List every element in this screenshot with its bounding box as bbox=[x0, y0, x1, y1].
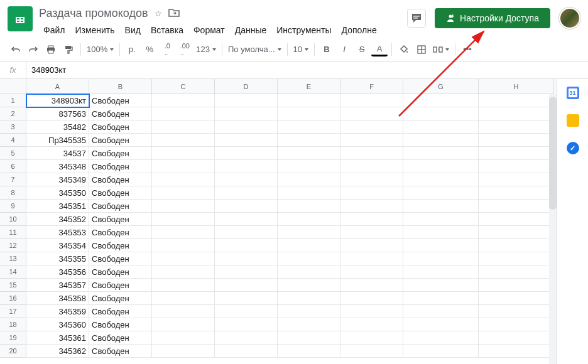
row-header[interactable]: 8 bbox=[0, 186, 26, 200]
cell[interactable] bbox=[152, 226, 215, 239]
cell[interactable] bbox=[479, 345, 554, 358]
cell[interactable] bbox=[152, 147, 215, 160]
cell[interactable] bbox=[215, 134, 278, 147]
star-icon[interactable]: ☆ bbox=[155, 9, 162, 18]
cell[interactable]: 345350 bbox=[26, 186, 89, 200]
cell[interactable] bbox=[340, 265, 403, 279]
cell[interactable] bbox=[340, 107, 403, 120]
cell[interactable] bbox=[152, 318, 215, 331]
cell[interactable] bbox=[479, 160, 554, 173]
text-color-button[interactable]: A bbox=[371, 43, 388, 56]
cell[interactable] bbox=[152, 213, 215, 226]
row-header[interactable]: 11 bbox=[0, 226, 26, 239]
menu-edit[interactable]: Изменить bbox=[70, 23, 119, 38]
cell[interactable] bbox=[215, 345, 278, 358]
font-size-dropdown[interactable]: 10 bbox=[291, 41, 310, 58]
cell[interactable]: 345361 bbox=[26, 331, 89, 345]
cell[interactable] bbox=[215, 305, 278, 318]
cell[interactable]: 35482 bbox=[26, 120, 89, 134]
decrease-decimal-button[interactable]: .0← bbox=[159, 41, 175, 58]
cell[interactable] bbox=[479, 134, 554, 147]
row-header[interactable]: 14 bbox=[0, 265, 26, 279]
cell[interactable] bbox=[278, 107, 340, 120]
menu-addons[interactable]: Дополне bbox=[337, 23, 381, 38]
row-header[interactable]: 19 bbox=[0, 331, 26, 345]
cell[interactable] bbox=[215, 186, 278, 200]
cell[interactable] bbox=[152, 279, 215, 292]
cell[interactable]: 345353 bbox=[26, 226, 89, 239]
currency-button[interactable]: р. bbox=[124, 41, 140, 58]
print-button[interactable] bbox=[43, 41, 59, 58]
vertical-scrollbar[interactable] bbox=[549, 94, 557, 364]
row-header[interactable]: 2 bbox=[0, 107, 26, 120]
cell[interactable]: 345351 bbox=[26, 200, 89, 213]
cell[interactable] bbox=[403, 173, 479, 186]
cell[interactable]: 345362 bbox=[26, 345, 89, 358]
cell[interactable] bbox=[403, 252, 479, 265]
cell[interactable] bbox=[403, 279, 479, 292]
document-title[interactable]: Раздача промокодов bbox=[39, 7, 148, 20]
cell[interactable] bbox=[403, 305, 479, 318]
cell[interactable] bbox=[152, 305, 215, 318]
cell[interactable] bbox=[215, 239, 278, 252]
cell[interactable]: 837563 bbox=[26, 107, 89, 120]
cell[interactable] bbox=[403, 345, 479, 358]
cell[interactable] bbox=[278, 226, 340, 239]
cell[interactable] bbox=[479, 213, 554, 226]
cell[interactable] bbox=[278, 252, 340, 265]
cell[interactable] bbox=[278, 318, 340, 331]
cell[interactable]: 345360 bbox=[26, 318, 89, 331]
cell[interactable] bbox=[479, 173, 554, 186]
menu-file[interactable]: Файл bbox=[39, 23, 69, 38]
cell[interactable] bbox=[278, 345, 340, 358]
cell[interactable] bbox=[215, 94, 278, 107]
cell[interactable] bbox=[479, 120, 554, 134]
menu-tools[interactable]: Инструменты bbox=[272, 23, 335, 38]
cell[interactable]: Свободен bbox=[89, 173, 152, 186]
cell[interactable] bbox=[403, 331, 479, 345]
cell[interactable]: Свободен bbox=[89, 279, 152, 292]
cell[interactable] bbox=[340, 239, 403, 252]
cell[interactable] bbox=[479, 292, 554, 305]
cell[interactable]: 345354 bbox=[26, 239, 89, 252]
cell[interactable] bbox=[215, 200, 278, 213]
cell[interactable] bbox=[340, 305, 403, 318]
cell[interactable] bbox=[152, 200, 215, 213]
calendar-icon[interactable] bbox=[567, 87, 579, 99]
cell[interactable] bbox=[340, 186, 403, 200]
row-header[interactable]: 15 bbox=[0, 279, 26, 292]
cell[interactable]: Свободен bbox=[89, 160, 152, 173]
cell[interactable] bbox=[479, 226, 554, 239]
cell[interactable]: 345359 bbox=[26, 305, 89, 318]
column-header[interactable]: E bbox=[278, 79, 340, 94]
cell[interactable] bbox=[479, 239, 554, 252]
cell[interactable] bbox=[479, 252, 554, 265]
cell[interactable] bbox=[278, 200, 340, 213]
cell[interactable] bbox=[403, 147, 479, 160]
cell[interactable] bbox=[340, 160, 403, 173]
cell[interactable] bbox=[215, 226, 278, 239]
cell[interactable] bbox=[340, 147, 403, 160]
cell[interactable]: Свободен bbox=[89, 94, 152, 107]
cell[interactable] bbox=[479, 94, 554, 107]
cell[interactable] bbox=[340, 318, 403, 331]
cell[interactable] bbox=[403, 200, 479, 213]
strikethrough-button[interactable]: S bbox=[354, 41, 370, 58]
cell[interactable] bbox=[152, 186, 215, 200]
row-header[interactable]: 5 bbox=[0, 147, 26, 160]
cell[interactable] bbox=[479, 279, 554, 292]
cell[interactable] bbox=[403, 107, 479, 120]
cell[interactable] bbox=[152, 94, 215, 107]
percent-button[interactable]: % bbox=[141, 41, 158, 58]
borders-button[interactable] bbox=[413, 41, 430, 58]
zoom-dropdown[interactable]: 100% bbox=[85, 41, 116, 58]
cell[interactable]: Свободен bbox=[89, 265, 152, 279]
cell[interactable] bbox=[278, 160, 340, 173]
merge-cells-button[interactable] bbox=[431, 41, 451, 58]
account-avatar[interactable] bbox=[559, 8, 580, 29]
cell[interactable]: 348903кт bbox=[26, 94, 89, 107]
fill-color-button[interactable] bbox=[396, 41, 412, 58]
increase-decimal-button[interactable]: .00→ bbox=[177, 41, 193, 58]
row-header[interactable]: 20 bbox=[0, 345, 26, 358]
cell[interactable] bbox=[403, 265, 479, 279]
